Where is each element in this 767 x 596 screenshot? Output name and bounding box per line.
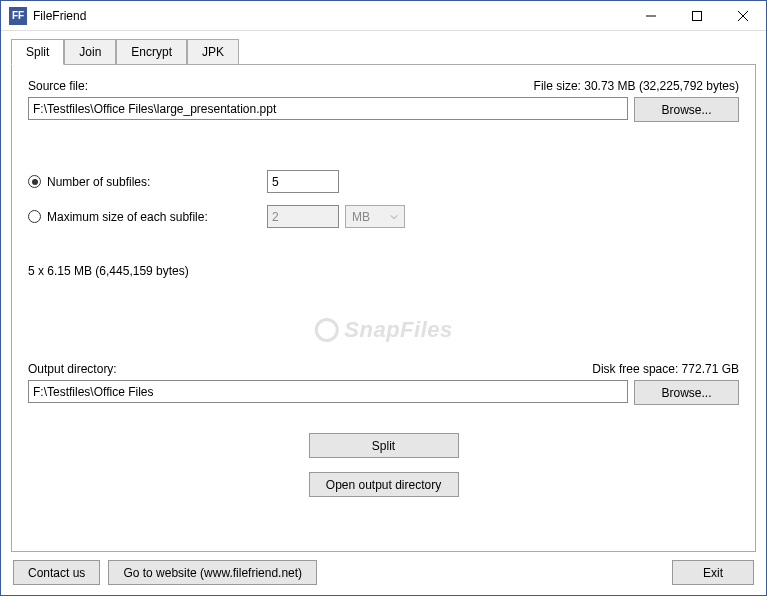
radio-max-size[interactable] (28, 210, 41, 223)
titlebar: FF FileFriend (1, 1, 766, 31)
radio-number-of-subfiles-label: Number of subfiles: (47, 175, 267, 189)
tab-encrypt[interactable]: Encrypt (116, 39, 187, 64)
max-size-unit-select: MB (345, 205, 405, 228)
main-window: FF FileFriend Split Join Encrypt JPK Sou… (0, 0, 767, 596)
max-size-input (267, 205, 339, 228)
radio-max-size-label: Maximum size of each subfile: (47, 210, 267, 224)
file-size-label: File size: 30.73 MB (32,225,792 bytes) (534, 79, 739, 93)
tabstrip: Split Join Encrypt JPK (11, 39, 756, 64)
tab-jpk[interactable]: JPK (187, 39, 239, 64)
source-file-input[interactable] (28, 97, 628, 120)
watermark: SnapFiles (314, 317, 452, 343)
maximize-button[interactable] (674, 1, 720, 31)
watermark-text: SnapFiles (344, 317, 452, 343)
output-directory-input[interactable] (28, 380, 628, 403)
app-icon: FF (9, 7, 27, 25)
exit-button[interactable]: Exit (672, 560, 754, 585)
minimize-button[interactable] (628, 1, 674, 31)
window-controls (628, 1, 766, 31)
max-size-unit-value: MB (352, 210, 370, 224)
close-button[interactable] (720, 1, 766, 31)
open-output-directory-button[interactable]: Open output directory (309, 472, 459, 497)
radio-number-of-subfiles[interactable] (28, 175, 41, 188)
browse-source-button[interactable]: Browse... (634, 97, 739, 122)
chevron-down-icon (390, 213, 398, 221)
split-button[interactable]: Split (309, 433, 459, 458)
contact-us-button[interactable]: Contact us (13, 560, 100, 585)
tab-split[interactable]: Split (11, 39, 64, 65)
tab-pane-split: Source file: File size: 30.73 MB (32,225… (11, 64, 756, 552)
content-area: Split Join Encrypt JPK Source file: File… (1, 31, 766, 595)
browse-output-button[interactable]: Browse... (634, 380, 739, 405)
watermark-icon (314, 318, 338, 342)
app-title: FileFriend (33, 9, 628, 23)
footer: Contact us Go to website (www.filefriend… (11, 552, 756, 585)
output-directory-label: Output directory: (28, 362, 117, 376)
calculation-label: 5 x 6.15 MB (6,445,159 bytes) (28, 264, 739, 278)
source-file-label: Source file: (28, 79, 88, 93)
svg-rect-1 (693, 11, 702, 20)
go-to-website-button[interactable]: Go to website (www.filefriend.net) (108, 560, 317, 585)
tab-join[interactable]: Join (64, 39, 116, 64)
subfiles-count-input[interactable] (267, 170, 339, 193)
disk-free-label: Disk free space: 772.71 GB (592, 362, 739, 376)
